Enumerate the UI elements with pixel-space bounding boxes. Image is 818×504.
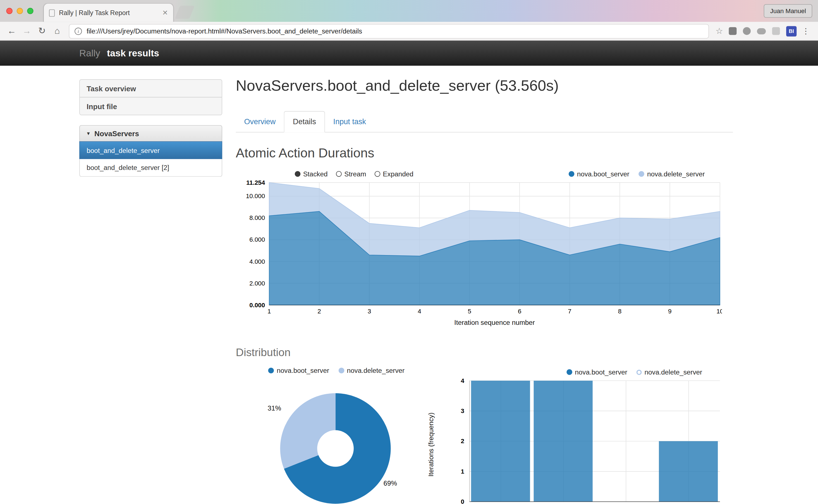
legend-item-boot-server[interactable]: nova.boot_server: [567, 368, 627, 376]
svg-text:0: 0: [461, 498, 464, 504]
pie-chart-legend: nova.boot_server nova.delete_server: [258, 367, 415, 375]
svg-text:0.000: 0.000: [249, 302, 265, 309]
distribution-heading: Distribution: [236, 346, 291, 359]
atomic-actions-heading: Atomic Action Durations: [236, 145, 374, 160]
home-button[interactable]: ⌂: [50, 26, 65, 36]
svg-text:1: 1: [267, 308, 271, 315]
window-controls: [6, 8, 33, 14]
browser-tab[interactable]: Rally | Rally Task Report ✕: [44, 4, 173, 22]
svg-text:3: 3: [368, 308, 371, 315]
legend-label: nova.delete_server: [647, 170, 705, 178]
forward-button[interactable]: →: [19, 26, 34, 36]
svg-text:5: 5: [468, 308, 471, 315]
pie-slice-label: 69%: [383, 479, 397, 487]
svg-text:10: 10: [716, 308, 722, 315]
collapse-triangle-icon: [86, 131, 91, 136]
legend-item-delete-server[interactable]: nova.delete_server: [639, 170, 705, 178]
zoom-window-button[interactable]: [27, 8, 33, 14]
legend-dot-open-icon: [637, 369, 642, 375]
legend-label: nova.delete_server: [347, 367, 405, 375]
extension-badge-icon[interactable]: BI: [786, 26, 797, 36]
svg-text:8: 8: [618, 308, 622, 315]
mode-expanded-radio[interactable]: Expanded: [374, 170, 413, 178]
browser-theme-gradient: [175, 0, 816, 22]
address-bar[interactable]: i file:///Users/jrey/Documents/nova-repo…: [69, 24, 709, 38]
legend-item-delete-server[interactable]: nova.delete_server: [339, 367, 405, 375]
extension-icon[interactable]: [729, 27, 737, 35]
svg-text:9: 9: [668, 308, 671, 315]
profile-button[interactable]: Juan Manuel: [764, 4, 812, 18]
browser-menu-icon[interactable]: ⋮: [802, 26, 810, 36]
svg-text:2: 2: [317, 308, 321, 315]
mode-stream-radio[interactable]: Stream: [336, 170, 366, 178]
back-button[interactable]: ←: [4, 26, 19, 36]
svg-text:3: 3: [461, 407, 464, 414]
radio-selected-icon: [295, 171, 301, 177]
chart-mode-controls: Stacked Stream Expanded: [295, 170, 414, 178]
svg-text:6: 6: [518, 308, 521, 315]
area-chart-x-axis-label: Iteration sequence number: [269, 319, 720, 327]
mode-label: Expanded: [383, 170, 413, 178]
svg-text:7: 7: [568, 308, 571, 315]
mode-stacked-radio[interactable]: Stacked: [295, 170, 328, 178]
sidebar-item-task-overview[interactable]: Task overview: [79, 79, 222, 97]
svg-text:10.000: 10.000: [246, 193, 265, 200]
bookmark-star-icon[interactable]: ☆: [716, 26, 723, 36]
stacked-area-chart: 0.0002.0004.0006.0008.00010.00011.254123…: [237, 179, 722, 325]
page-info-icon[interactable]: i: [75, 27, 82, 35]
svg-text:4: 4: [418, 308, 421, 315]
minimize-window-button[interactable]: [17, 8, 23, 14]
mode-label: Stream: [344, 170, 366, 178]
distribution-pie-chart: [280, 393, 390, 504]
area-chart-legend: nova.boot_server nova.delete_server: [569, 170, 705, 178]
page-title: NovaServers.boot_and_delete_server (53.5…: [236, 77, 559, 95]
page-favicon-icon: [49, 9, 55, 16]
legend-dot-icon: [268, 368, 274, 373]
browser-toolbar: ← → ↻ ⌂ i file:///Users/jrey/Documents/n…: [0, 22, 818, 40]
mode-label: Stacked: [303, 170, 328, 178]
legend-item-delete-server-disabled[interactable]: nova.delete_server: [637, 368, 702, 376]
svg-text:4: 4: [461, 379, 465, 384]
browser-tab-strip: Rally | Rally Task Report ✕ Juan Manuel: [0, 0, 818, 22]
rally-brand: Rally: [79, 48, 100, 59]
legend-label: nova.boot_server: [575, 368, 627, 376]
legend-label: nova.boot_server: [277, 367, 329, 375]
content-tabs: Overview Details Input task: [236, 112, 733, 133]
donut-hole: [317, 430, 354, 467]
legend-item-boot-server[interactable]: nova.boot_server: [268, 367, 329, 375]
tab-details[interactable]: Details: [284, 111, 325, 133]
legend-dot-icon: [567, 369, 572, 375]
page: Rally | Rally Task Report ✕ Juan Manuel …: [0, 0, 818, 504]
rally-header: Rally task results: [0, 41, 818, 66]
svg-text:2.000: 2.000: [249, 280, 265, 287]
sidebar-item-boot-and-delete-server[interactable]: boot_and_delete_server: [79, 141, 222, 159]
svg-text:4.000: 4.000: [249, 258, 265, 265]
svg-text:2: 2: [461, 438, 464, 445]
close-window-button[interactable]: [6, 8, 12, 14]
sidebar-group-novaservers[interactable]: NovaServers: [79, 125, 222, 142]
legend-label: nova.boot_server: [577, 170, 630, 178]
sidebar-group-label: NovaServers: [94, 129, 139, 138]
radio-icon: [374, 171, 380, 177]
sidebar-item-boot-and-delete-server-2[interactable]: boot_and_delete_server [2]: [79, 159, 222, 177]
extension-icon[interactable]: [743, 27, 751, 35]
histogram-legend: nova.boot_server nova.delete_server: [567, 368, 702, 376]
tab-input-task[interactable]: Input task: [325, 112, 374, 132]
extension-icon[interactable]: [772, 27, 780, 35]
pie-slice-label: 31%: [268, 404, 281, 412]
url-text: file:///Users/jrey/Documents/nova-report…: [87, 27, 362, 35]
distribution-histogram: 01234: [448, 379, 721, 504]
tab-close-icon[interactable]: ✕: [162, 9, 168, 17]
svg-text:6.000: 6.000: [249, 236, 265, 243]
svg-text:11.254: 11.254: [246, 179, 265, 186]
tab-overview[interactable]: Overview: [236, 112, 284, 132]
extension-icon[interactable]: [757, 28, 766, 34]
radio-icon: [336, 171, 342, 177]
histogram-y-axis-label: Iterations (frequency): [427, 408, 435, 481]
reload-button[interactable]: ↻: [34, 26, 49, 37]
rally-subtitle: task results: [107, 48, 159, 59]
legend-item-boot-server[interactable]: nova.boot_server: [569, 170, 630, 178]
sidebar-item-input-file[interactable]: Input file: [79, 97, 222, 115]
legend-dot-icon: [569, 171, 575, 177]
legend-label: nova.delete_server: [645, 368, 702, 376]
